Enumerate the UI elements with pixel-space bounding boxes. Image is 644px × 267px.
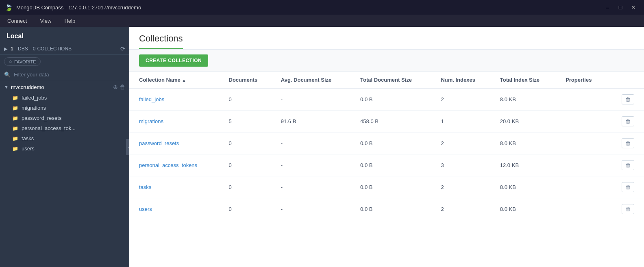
refresh-button[interactable]: ⟳: [120, 46, 125, 52]
collection-name-label: password_resets: [22, 115, 61, 121]
sidebar-dbs-row: ▶ 1 DBS 0 COLLECTIONS ⟳: [0, 43, 129, 55]
delete-collection-button[interactable]: 🗑: [622, 160, 634, 170]
minimize-button[interactable]: –: [602, 3, 613, 11]
add-collection-icon[interactable]: ⊕: [113, 84, 118, 90]
cell-total-doc-size: 0.0 B: [354, 88, 434, 111]
cell-documents: 0: [222, 198, 274, 220]
table-row: personal_access_tokens 0 - 0.0 B 3 12.0 …: [129, 154, 644, 176]
collection-link[interactable]: password_resets: [139, 140, 179, 146]
cell-actions: 🗑: [608, 154, 644, 176]
collection-name-label: tasks: [22, 135, 34, 141]
cell-actions: 🗑: [608, 198, 644, 220]
table-header-row: Collection Name ▲ Documents Avg. Documen…: [129, 72, 644, 88]
collections-table-wrapper: Collection Name ▲ Documents Avg. Documen…: [129, 72, 644, 267]
cell-properties: [559, 176, 608, 198]
cell-name: tasks: [129, 176, 222, 198]
sidebar-item-failed-jobs[interactable]: 📁 failed_jobs: [0, 93, 129, 103]
delete-collection-button[interactable]: 🗑: [622, 204, 634, 214]
favorite-button[interactable]: ☆ FAVORITE: [4, 57, 41, 66]
cell-num-indexes: 1: [434, 111, 493, 132]
cell-avg-doc-size: -: [274, 198, 354, 220]
sidebar-item-personal-access-tok[interactable]: 📁 personal_access_tok...: [0, 123, 129, 133]
cell-avg-doc-size: -: [274, 132, 354, 154]
sidebar-item-users[interactable]: 📁 users: [0, 143, 129, 154]
dbs-label-text: DBS: [18, 46, 28, 52]
cell-total-index-size: 8.0 KB: [494, 88, 559, 111]
cell-actions: 🗑: [608, 132, 644, 154]
col-header-name[interactable]: Collection Name ▲: [129, 72, 222, 88]
sidebar: Local ▶ 1 DBS 0 COLLECTIONS ⟳ ☆ FAVORITE…: [0, 27, 129, 267]
cell-properties: [559, 132, 608, 154]
maximize-button[interactable]: □: [615, 3, 626, 11]
cell-actions: 🗑: [608, 111, 644, 132]
collection-link[interactable]: tasks: [139, 184, 151, 190]
col-header-total-doc-size[interactable]: Total Document Size: [354, 72, 434, 88]
folder-icon: 📁: [12, 115, 18, 121]
collection-link[interactable]: users: [139, 206, 152, 212]
table-row: users 0 - 0.0 B 2 8.0 KB 🗑: [129, 198, 644, 220]
cell-total-index-size: 20.0 KB: [494, 111, 559, 132]
sidebar-item-password-resets[interactable]: 📁 password_resets: [0, 113, 129, 123]
expand-arrow-icon[interactable]: ▶: [4, 46, 7, 52]
table-row: migrations 5 91.6 B 458.0 B 1 20.0 KB 🗑: [129, 111, 644, 132]
collection-name-label: migrations: [22, 105, 46, 111]
delete-collection-button[interactable]: 🗑: [622, 182, 634, 192]
menu-connect[interactable]: Connect: [5, 16, 29, 26]
create-collection-button[interactable]: CREATE COLLECTION: [139, 54, 208, 67]
cell-properties: [559, 198, 608, 220]
collections-count: 0: [33, 46, 36, 52]
sidebar-toggle[interactable]: ◀: [126, 139, 129, 155]
search-icon: 🔍: [4, 72, 11, 78]
folder-icon: 📁: [12, 95, 18, 101]
col-header-properties: Properties: [559, 72, 608, 88]
cell-total-doc-size: 458.0 B: [354, 111, 434, 132]
collection-link[interactable]: migrations: [139, 118, 163, 124]
search-input[interactable]: [14, 72, 125, 78]
collection-link[interactable]: failed_jobs: [139, 96, 164, 102]
delete-collection-button[interactable]: 🗑: [622, 116, 634, 126]
col-header-documents[interactable]: Documents: [222, 72, 274, 88]
cell-total-doc-size: 0.0 B: [354, 176, 434, 198]
cell-documents: 0: [222, 132, 274, 154]
cell-actions: 🗑: [608, 88, 644, 111]
cell-num-indexes: 2: [434, 132, 493, 154]
folder-icon: 📁: [12, 105, 18, 111]
delete-db-icon[interactable]: 🗑: [120, 84, 125, 90]
star-icon: ☆: [9, 59, 13, 64]
sidebar-item-migrations[interactable]: 📁 migrations: [0, 103, 129, 113]
col-header-total-index-size[interactable]: Total Index Size: [494, 72, 559, 88]
folder-icon: 📁: [12, 136, 18, 141]
menu-view[interactable]: View: [37, 16, 54, 26]
cell-avg-doc-size: -: [274, 176, 354, 198]
content-header: Collections: [129, 27, 644, 50]
cell-avg-doc-size: 91.6 B: [274, 111, 354, 132]
delete-collection-button[interactable]: 🗑: [622, 138, 634, 148]
close-button[interactable]: ✕: [628, 3, 639, 11]
cell-actions: 🗑: [608, 176, 644, 198]
col-header-avg-doc-size[interactable]: Avg. Document Size: [274, 72, 354, 88]
cell-num-indexes: 2: [434, 176, 493, 198]
db-item-mvccruddemo[interactable]: ▼ mvccruddemo ⊕ 🗑: [0, 81, 129, 93]
window-controls: – □ ✕: [602, 3, 639, 11]
cell-name: password_resets: [129, 132, 222, 154]
cell-total-doc-size: 0.0 B: [354, 154, 434, 176]
delete-collection-button[interactable]: 🗑: [622, 94, 634, 104]
cell-properties: [559, 111, 608, 132]
cell-avg-doc-size: -: [274, 88, 354, 111]
folder-icon: 📁: [12, 126, 18, 131]
table-header: Collection Name ▲ Documents Avg. Documen…: [129, 72, 644, 88]
collection-link[interactable]: personal_access_tokens: [139, 162, 197, 168]
cell-num-indexes: 2: [434, 198, 493, 220]
table-row: tasks 0 - 0.0 B 2 8.0 KB 🗑: [129, 176, 644, 198]
table-row: password_resets 0 - 0.0 B 2 8.0 KB 🗑: [129, 132, 644, 154]
collection-name-label: personal_access_tok...: [22, 125, 76, 131]
col-header-num-indexes[interactable]: Num. Indexes: [434, 72, 493, 88]
content-toolbar: CREATE COLLECTION: [129, 50, 644, 72]
db-action-icons: ⊕ 🗑: [113, 84, 125, 90]
sidebar-item-tasks[interactable]: 📁 tasks: [0, 133, 129, 143]
cell-name: migrations: [129, 111, 222, 132]
collections-table: Collection Name ▲ Documents Avg. Documen…: [129, 72, 644, 220]
menu-help[interactable]: Help: [62, 16, 78, 26]
dbs-label: [15, 46, 16, 52]
cell-documents: 5: [222, 111, 274, 132]
